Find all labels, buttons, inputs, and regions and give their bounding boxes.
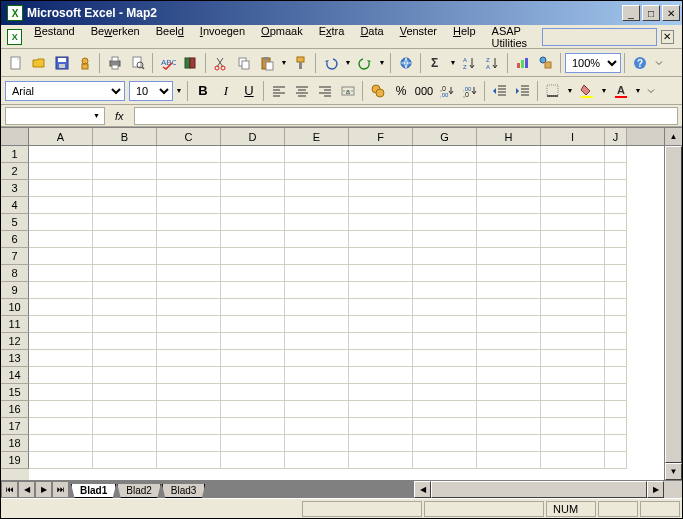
vscroll-thumb[interactable] xyxy=(665,146,682,463)
cell-H3[interactable] xyxy=(477,180,541,197)
cell-J7[interactable] xyxy=(605,248,627,265)
cell-D2[interactable] xyxy=(221,163,285,180)
cell-I14[interactable] xyxy=(541,367,605,384)
cell-G18[interactable] xyxy=(413,435,477,452)
col-header-D[interactable]: D xyxy=(221,128,285,145)
menu-opmaak[interactable]: Opmaak xyxy=(253,23,311,51)
cell-H19[interactable] xyxy=(477,452,541,469)
undo-button[interactable] xyxy=(320,52,342,74)
cell-I10[interactable] xyxy=(541,299,605,316)
cell-H8[interactable] xyxy=(477,265,541,282)
cell-D13[interactable] xyxy=(221,350,285,367)
cell-F3[interactable] xyxy=(349,180,413,197)
cell-E13[interactable] xyxy=(285,350,349,367)
cell-I3[interactable] xyxy=(541,180,605,197)
cell-B14[interactable] xyxy=(93,367,157,384)
cell-F5[interactable] xyxy=(349,214,413,231)
undo-dropdown[interactable]: ▼ xyxy=(343,59,353,66)
cell-G7[interactable] xyxy=(413,248,477,265)
name-box[interactable]: ▼ xyxy=(5,107,105,125)
sheet-tab-blad2[interactable]: Blad2 xyxy=(117,484,161,498)
cell-F11[interactable] xyxy=(349,316,413,333)
tab-nav-next[interactable]: ▶ xyxy=(35,481,52,498)
cell-H11[interactable] xyxy=(477,316,541,333)
cell-I8[interactable] xyxy=(541,265,605,282)
row-header-11[interactable]: 11 xyxy=(1,316,29,333)
cell-C9[interactable] xyxy=(157,282,221,299)
drawing-button[interactable] xyxy=(535,52,557,74)
cell-D8[interactable] xyxy=(221,265,285,282)
cell-C13[interactable] xyxy=(157,350,221,367)
paste-button[interactable] xyxy=(256,52,278,74)
cell-B16[interactable] xyxy=(93,401,157,418)
cell-E19[interactable] xyxy=(285,452,349,469)
cell-A13[interactable] xyxy=(29,350,93,367)
row-header-9[interactable]: 9 xyxy=(1,282,29,299)
cell-C7[interactable] xyxy=(157,248,221,265)
cell-B10[interactable] xyxy=(93,299,157,316)
row-header-17[interactable]: 17 xyxy=(1,418,29,435)
paste-dropdown[interactable]: ▼ xyxy=(279,59,289,66)
scroll-up-button[interactable]: ▲ xyxy=(664,128,682,145)
cell-B5[interactable] xyxy=(93,214,157,231)
cell-A12[interactable] xyxy=(29,333,93,350)
cell-F1[interactable] xyxy=(349,146,413,163)
chart-wizard-button[interactable] xyxy=(512,52,534,74)
cell-H1[interactable] xyxy=(477,146,541,163)
borders-button[interactable] xyxy=(542,80,564,102)
cell-H4[interactable] xyxy=(477,197,541,214)
cell-B6[interactable] xyxy=(93,231,157,248)
print-button[interactable] xyxy=(104,52,126,74)
cell-G16[interactable] xyxy=(413,401,477,418)
row-header-14[interactable]: 14 xyxy=(1,367,29,384)
cell-I18[interactable] xyxy=(541,435,605,452)
cell-B11[interactable] xyxy=(93,316,157,333)
cell-B18[interactable] xyxy=(93,435,157,452)
cell-A9[interactable] xyxy=(29,282,93,299)
cell-C3[interactable] xyxy=(157,180,221,197)
cell-E18[interactable] xyxy=(285,435,349,452)
cell-G6[interactable] xyxy=(413,231,477,248)
cell-A7[interactable] xyxy=(29,248,93,265)
sort-asc-button[interactable]: AZ xyxy=(459,52,481,74)
cell-J6[interactable] xyxy=(605,231,627,248)
font-size-dropdown[interactable]: ▼ xyxy=(174,87,184,94)
cell-E10[interactable] xyxy=(285,299,349,316)
hyperlink-button[interactable] xyxy=(395,52,417,74)
cell-D19[interactable] xyxy=(221,452,285,469)
cell-G11[interactable] xyxy=(413,316,477,333)
menu-invoegen[interactable]: Invoegen xyxy=(192,23,253,51)
cell-H17[interactable] xyxy=(477,418,541,435)
cell-J19[interactable] xyxy=(605,452,627,469)
increase-indent-button[interactable] xyxy=(512,80,534,102)
cell-D4[interactable] xyxy=(221,197,285,214)
cell-J16[interactable] xyxy=(605,401,627,418)
cell-I5[interactable] xyxy=(541,214,605,231)
col-header-B[interactable]: B xyxy=(93,128,157,145)
open-button[interactable] xyxy=(28,52,50,74)
cell-H12[interactable] xyxy=(477,333,541,350)
row-header-8[interactable]: 8 xyxy=(1,265,29,282)
cell-F7[interactable] xyxy=(349,248,413,265)
cell-A11[interactable] xyxy=(29,316,93,333)
menu-beeld[interactable]: Beeld xyxy=(148,23,192,51)
help-button[interactable]: ? xyxy=(629,52,651,74)
cell-H14[interactable] xyxy=(477,367,541,384)
cell-A18[interactable] xyxy=(29,435,93,452)
menu-help[interactable]: Help xyxy=(445,23,484,51)
cell-B1[interactable] xyxy=(93,146,157,163)
sort-desc-button[interactable]: ZA xyxy=(482,52,504,74)
cell-J10[interactable] xyxy=(605,299,627,316)
copy-button[interactable] xyxy=(233,52,255,74)
row-header-12[interactable]: 12 xyxy=(1,333,29,350)
cell-G8[interactable] xyxy=(413,265,477,282)
cell-I1[interactable] xyxy=(541,146,605,163)
redo-dropdown[interactable]: ▼ xyxy=(377,59,387,66)
cell-F2[interactable] xyxy=(349,163,413,180)
col-header-I[interactable]: I xyxy=(541,128,605,145)
cell-F6[interactable] xyxy=(349,231,413,248)
fill-color-button[interactable] xyxy=(576,80,598,102)
cell-C8[interactable] xyxy=(157,265,221,282)
row-header-3[interactable]: 3 xyxy=(1,180,29,197)
cell-E15[interactable] xyxy=(285,384,349,401)
